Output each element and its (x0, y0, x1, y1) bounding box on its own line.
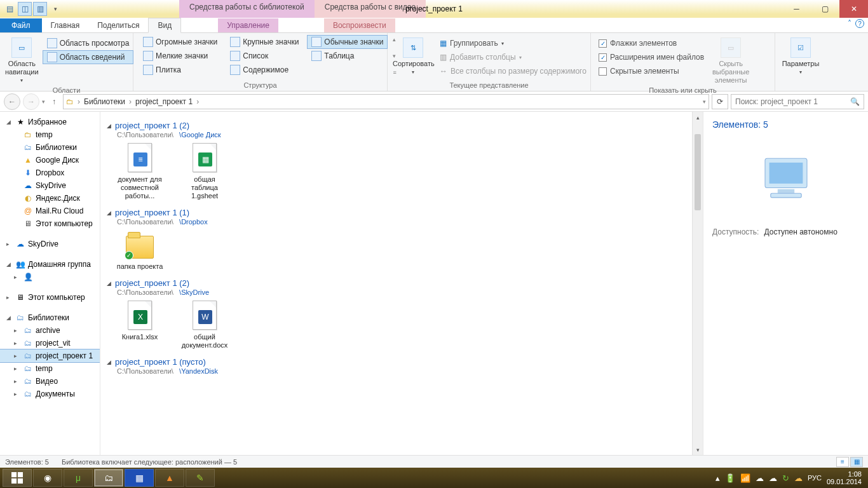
tree-lib-item[interactable]: ▸🗂project_проект 1 (0, 349, 100, 362)
refresh-button[interactable]: ⟳ (712, 94, 728, 109)
tray-language[interactable]: РУС (808, 474, 822, 482)
taskbar-totalcmd[interactable]: ▦ (125, 469, 154, 487)
layout-details[interactable]: Таблица (307, 49, 388, 63)
tree-favorites[interactable]: ◢★Избранное (0, 116, 100, 128)
ribbon-collapse-icon[interactable]: ˄ (848, 19, 851, 28)
layout-l-icons[interactable]: Крупные значки (226, 35, 303, 49)
view-details-icon[interactable]: ≡ (836, 457, 849, 467)
up-button[interactable]: ↑ (48, 97, 60, 106)
scroll-up-icon[interactable]: ▴ (693, 112, 703, 123)
tray-clock[interactable]: 1:08 09.01.2014 (827, 470, 862, 485)
sort-button[interactable]: ⇅Сортировать▾ (393, 35, 433, 76)
qat-properties-icon[interactable]: ▤ (3, 2, 17, 16)
history-dropdown-icon[interactable]: ▾ (42, 98, 45, 105)
details-key: Доступность: (712, 227, 759, 236)
taskbar-vlc[interactable]: ▲ (155, 469, 184, 487)
taskbar-utorrent[interactable]: μ (64, 469, 93, 487)
file-item[interactable]: ✓папка проекта (116, 229, 164, 271)
details-pane-toggle[interactable]: Область сведений (43, 50, 134, 64)
tree-lib-item[interactable]: ▸🗂archive (0, 324, 100, 337)
group-by-button[interactable]: ▦Группировать▾ (437, 36, 589, 50)
address-bar[interactable]: 🗀 › Библиотеки › project_проект 1 › ▾ (63, 94, 709, 109)
tab-manage[interactable]: Управление (218, 18, 278, 32)
maximize-button[interactable]: ▢ (811, 0, 839, 18)
close-button[interactable]: ✕ (839, 0, 868, 18)
tree-fav-item[interactable]: ◐Яндекс.Диск (0, 192, 100, 205)
tab-file[interactable]: Файл (0, 18, 42, 32)
group-header[interactable]: ◢project_проект 1 (пусто) (107, 357, 700, 367)
layout-xl-icons[interactable]: Огромные значки (139, 35, 222, 49)
file-item[interactable]: XКнига1.xlsx (116, 300, 164, 349)
file-item[interactable]: Wобщий документ.docx (180, 300, 229, 349)
view-icons-icon[interactable]: ▦ (850, 457, 863, 467)
scrollbar[interactable]: ▴ ▾ (692, 112, 703, 455)
tree-homegroup[interactable]: ◢👥Домашняя группа (0, 258, 100, 271)
group-header[interactable]: ◢project_проект 1 (2) (107, 278, 700, 288)
tray-network-icon[interactable]: 📶 (740, 473, 750, 483)
tree-lib-item[interactable]: ▸🗂temp (0, 362, 100, 375)
address-dropdown-icon[interactable]: ▾ (703, 98, 706, 105)
search-icon[interactable]: 🔍 (850, 97, 860, 106)
group-header[interactable]: ◢project_проект 1 (2) (107, 121, 700, 130)
taskbar-chrome[interactable]: ◉ (33, 469, 62, 487)
tree-this-pc[interactable]: ▸🖥Этот компьютер (0, 291, 100, 304)
tree-lib-item[interactable]: ▸🗂Видео (0, 375, 100, 388)
tree-fav-item[interactable]: 🗀temp (0, 128, 100, 141)
search-input[interactable] (735, 97, 850, 106)
minimize-button[interactable]: ─ (782, 0, 811, 18)
help-icon[interactable]: ? (855, 19, 864, 28)
nav-tree[interactable]: ◢★Избранное 🗀temp🗂Библиотеки▲Google Диск… (0, 112, 100, 455)
file-item[interactable]: ▦общая таблица 1.gsheet (180, 142, 229, 200)
tree-fav-item[interactable]: 🗂Библиотеки (0, 141, 100, 154)
options-button[interactable]: ☑Параметры▾ (780, 35, 821, 76)
tree-lib-item[interactable]: ▸🗂Документы (0, 388, 100, 400)
tray-cloud1-icon[interactable]: ☁ (756, 473, 764, 483)
tree-libraries[interactable]: ◢🗂Библиотеки (0, 311, 100, 324)
item-checkboxes-toggle[interactable]: ✓Флажки элементов (596, 36, 707, 50)
preview-pane-toggle[interactable]: Область просмотра (43, 36, 134, 50)
scroll-down-icon[interactable]: ▾ (693, 444, 703, 455)
tab-share[interactable]: Поделиться (88, 18, 148, 32)
tree-fav-item[interactable]: ⬇Dropbox (0, 166, 100, 179)
tab-play[interactable]: Воспроизвести (324, 18, 395, 32)
tab-view[interactable]: Вид (148, 18, 181, 33)
crumb-current[interactable]: project_проект 1 (135, 97, 193, 106)
tree-fav-item[interactable]: ☁SkyDrive (0, 179, 100, 192)
tray-show-hidden-icon[interactable]: ▴ (715, 473, 720, 483)
nav-pane-button[interactable]: ▭ Область навигации ▾ (5, 35, 39, 85)
tray-battery-icon[interactable]: 🔋 (725, 473, 735, 483)
scroll-thumb[interactable] (695, 134, 701, 210)
qat-dropdown-icon[interactable]: ▾ (48, 2, 62, 16)
qat-layout1-icon[interactable]: ◫ (18, 2, 32, 16)
forward-button[interactable]: → (23, 93, 39, 110)
system-tray[interactable]: ▴ 🔋 📶 ☁ ☁ ↻ ☁ РУС 1:08 09.01.2014 (715, 470, 865, 485)
file-extensions-toggle[interactable]: ✓Расширения имен файлов (596, 50, 707, 64)
taskbar-notepadpp[interactable]: ✎ (186, 469, 215, 487)
crumb-libraries[interactable]: Библиотеки (84, 97, 125, 106)
search-box[interactable]: 🔍 (731, 94, 864, 109)
taskbar-explorer[interactable]: 🗂 (94, 469, 123, 487)
back-button[interactable]: ← (4, 93, 20, 110)
qat-layout2-icon[interactable]: ▥ (33, 2, 47, 16)
layout-m-icons[interactable]: Обычные значки (307, 35, 388, 49)
file-icon: ▦ (189, 142, 220, 173)
hidden-items-toggle[interactable]: Скрытые элементы (596, 64, 707, 78)
tree-fav-item[interactable]: @Mail.Ru Cloud (0, 205, 100, 217)
tray-cloud2-icon[interactable]: ☁ (769, 473, 777, 483)
group-header[interactable]: ◢project_проект 1 (1) (107, 208, 700, 217)
file-item[interactable]: ≡документ для совместной работы... (116, 142, 164, 200)
file-list[interactable]: ◢project_проект 1 (2)C:\Пользователи\ \G… (100, 112, 703, 455)
tray-cloud3-icon[interactable]: ☁ (794, 473, 803, 483)
layout-list[interactable]: Список (226, 49, 303, 63)
layout-content[interactable]: Содержимое (226, 63, 303, 77)
layout-s-icons[interactable]: Мелкие значки (139, 49, 222, 63)
tree-skydrive[interactable]: ▸☁SkyDrive (0, 238, 100, 250)
tree-fav-item[interactable]: ▲Google Диск (0, 154, 100, 166)
tab-home[interactable]: Главная (42, 18, 89, 32)
tree-homegroup-user[interactable]: ▸👤 (0, 271, 100, 283)
tree-fav-item[interactable]: 🖥Этот компьютер (0, 217, 100, 230)
tree-lib-item[interactable]: ▸🗂project_vit (0, 337, 100, 349)
layout-tiles[interactable]: Плитка (139, 63, 222, 77)
start-button[interactable] (3, 469, 32, 487)
tray-sync-icon[interactable]: ↻ (782, 473, 789, 483)
